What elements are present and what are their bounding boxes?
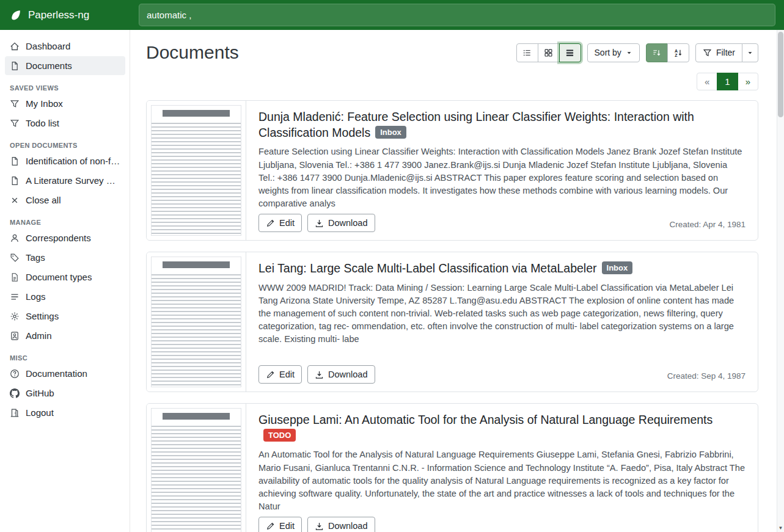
document-card: Giuseppe Lami: An Automatic Tool for the… <box>146 403 758 532</box>
filter-button[interactable]: Filter <box>695 43 742 62</box>
grid-view-button[interactable] <box>538 43 560 62</box>
sidebar-item-logout[interactable]: Logout <box>5 403 125 422</box>
sidebar-item-todo-list[interactable]: Todo list <box>5 114 125 133</box>
sidebar-item-correspondents[interactable]: Correspondents <box>5 228 125 247</box>
edit-button[interactable]: Edit <box>258 517 302 532</box>
toolbar-controls: Sort by Filter <box>516 43 758 62</box>
gear-icon <box>10 312 20 321</box>
download-button[interactable]: Download <box>307 365 375 384</box>
sidebar-item-label: Identification of non-fu... <box>26 156 120 166</box>
edit-button[interactable]: Edit <box>258 214 302 232</box>
person-badge-icon <box>10 331 20 341</box>
file-text-icon <box>10 272 20 282</box>
app-brand[interactable]: Paperless-ng <box>0 0 130 30</box>
sidebar-open-document-2[interactable]: A Literature Survey on ... <box>5 171 125 190</box>
filter-button-group: Filter <box>695 43 758 62</box>
sidebar-open-document-1[interactable]: Identification of non-fu... <box>5 151 125 170</box>
download-icon <box>315 219 324 228</box>
question-circle-icon <box>10 369 20 379</box>
sidebar-item-label: Correspondents <box>26 233 91 243</box>
sidebar-close-all[interactable]: Close all <box>5 191 125 210</box>
pagination-prev[interactable]: « <box>697 73 717 90</box>
chevron-down-icon <box>747 49 753 56</box>
sidebar-item-label: A Literature Survey on ... <box>26 175 120 186</box>
edit-label: Edit <box>279 218 295 228</box>
thumbnail-page <box>151 105 241 236</box>
tag-badge[interactable]: Inbox <box>375 126 406 139</box>
grid-view-icon <box>544 48 553 57</box>
download-button[interactable]: Download <box>307 517 375 532</box>
download-icon <box>315 522 324 531</box>
document-thumbnail[interactable] <box>147 404 246 532</box>
document-title-link[interactable]: Giuseppe Lami: An Automatic Tool for the… <box>258 413 713 426</box>
scrollbar-thumb[interactable] <box>778 32 783 117</box>
global-search-input[interactable] <box>139 4 775 26</box>
sidebar-item-label: Settings <box>26 311 59 321</box>
document-title-row: Giuseppe Lami: An Automatic Tool for the… <box>258 412 746 443</box>
sidebar-item-label: Todo list <box>26 118 59 128</box>
list-view-button[interactable] <box>516 43 538 62</box>
sort-alphabetical-button[interactable] <box>667 43 689 62</box>
page-header: Documents Sort by <box>146 42 758 63</box>
download-button[interactable]: Download <box>307 214 375 232</box>
sidebar-item-dashboard[interactable]: Dashboard <box>5 37 125 56</box>
sidebar-item-tags[interactable]: Tags <box>5 248 125 267</box>
dashboard-house-icon <box>10 42 20 51</box>
tag-badge[interactable]: TODO <box>263 429 296 442</box>
thumbnail-page <box>151 408 241 532</box>
document-thumbnail[interactable] <box>147 101 246 240</box>
download-label: Download <box>328 370 368 379</box>
sidebar-item-label: Dashboard <box>26 41 70 51</box>
sidebar-item-label: Logout <box>26 407 54 418</box>
close-icon <box>10 195 20 205</box>
scroll-down-arrow[interactable]: ▼ <box>777 525 784 531</box>
sort-alpha-icon <box>673 48 683 57</box>
sort-by-dropdown-button[interactable]: Sort by <box>587 43 640 62</box>
sort-descending-button[interactable] <box>646 43 668 62</box>
funnel-icon <box>10 99 20 109</box>
tag-badge[interactable]: Inbox <box>602 261 633 274</box>
sidebar-item-documents[interactable]: Documents <box>5 56 125 75</box>
file-icon <box>10 176 20 186</box>
sort-down-icon <box>652 48 661 57</box>
sidebar-item-documentation[interactable]: Documentation <box>5 364 125 383</box>
pagination-page-1[interactable]: 1 <box>717 73 738 90</box>
document-title-row: Lei Tang: Large Scale Multi-Label Classi… <box>258 261 746 277</box>
misc-heading: MISC <box>0 354 130 362</box>
pagination-next[interactable]: » <box>738 73 758 90</box>
sidebar-item-label: Admin <box>26 330 52 341</box>
sidebar-item-logs[interactable]: Logs <box>5 287 125 306</box>
edit-button[interactable]: Edit <box>258 365 302 384</box>
file-icon <box>10 156 20 166</box>
pencil-icon <box>266 522 275 531</box>
filter-dropdown-toggle[interactable] <box>742 43 758 62</box>
sidebar-item-admin[interactable]: Admin <box>5 326 125 345</box>
document-thumbnail[interactable] <box>147 252 246 392</box>
funnel-icon <box>703 48 712 57</box>
document-card-body: Dunja Mladenić: Feature Selection using … <box>246 101 758 240</box>
manage-heading: MANAGE <box>0 219 130 226</box>
edit-label: Edit <box>279 521 295 531</box>
document-card-body: Lei Tang: Large Scale Multi-Label Classi… <box>246 252 758 392</box>
list-view-icon <box>522 48 532 57</box>
document-title-link[interactable]: Lei Tang: Large Scale Multi-Label Classi… <box>258 261 597 275</box>
document-actions: Edit Download <box>258 517 375 532</box>
sidebar-item-label: Documents <box>26 60 72 71</box>
details-view-button[interactable] <box>559 43 581 62</box>
person-icon <box>10 233 20 243</box>
filter-label: Filter <box>716 48 735 57</box>
document-title-link[interactable]: Dunja Mladenić: Feature Selection using … <box>258 110 694 139</box>
sidebar-item-my-inbox[interactable]: My Inbox <box>5 94 125 113</box>
chevron-down-icon <box>626 49 632 56</box>
document-card-body: Giuseppe Lami: An Automatic Tool for the… <box>246 404 758 532</box>
created-date: Created: Apr 4, 1981 <box>669 220 746 229</box>
view-toggle-group <box>516 43 581 62</box>
scrollbar[interactable]: ▼ <box>777 30 784 532</box>
created-date: Created: Sep 4, 1987 <box>667 371 746 381</box>
sidebar-item-label: GitHub <box>26 388 54 398</box>
sidebar-item-document-types[interactable]: Document types <box>5 268 125 286</box>
sidebar-item-github[interactable]: GitHub <box>5 384 125 403</box>
sort-direction-group <box>646 43 689 62</box>
sidebar-item-settings[interactable]: Settings <box>5 307 125 326</box>
details-view-icon <box>565 48 574 57</box>
